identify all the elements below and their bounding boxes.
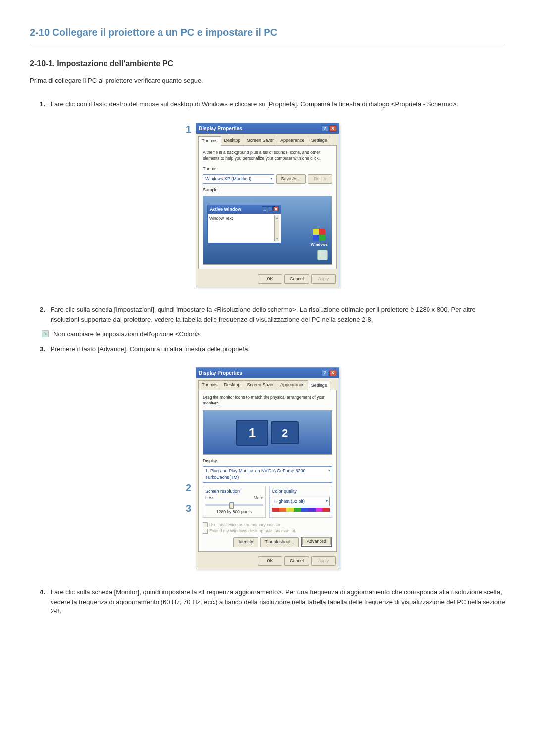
close-button[interactable]: X	[329, 125, 336, 132]
subsection-title: 2-10-1. Impostazione dell'ambiente PC	[30, 58, 505, 70]
color-quality-group: Color quality Highest (32 bit)	[269, 486, 332, 518]
delete-button[interactable]: Delete	[308, 174, 332, 184]
screen-resolution-group: Screen resolution Less More 1280 by 800 …	[203, 486, 266, 518]
apply-button[interactable]: Apply	[311, 274, 336, 284]
close-button[interactable]: X	[329, 370, 336, 376]
tab-settings[interactable]: Settings	[308, 381, 331, 390]
windows-logo-icon	[313, 229, 325, 241]
step-text: Fare clic sulla scheda [Impostazioni], q…	[51, 305, 505, 324]
tab-themes[interactable]: Themes	[198, 136, 221, 146]
tab-settings[interactable]: Settings	[308, 136, 331, 145]
step-2: 2. Fare clic sulla scheda [Impostazioni]…	[40, 305, 505, 324]
tab-appearance[interactable]: Appearance	[277, 136, 308, 145]
monitor-arrangement[interactable]: 1 2	[203, 410, 332, 455]
theme-sample-preview: Active Window _ □ X Window Text ▴▾	[203, 196, 332, 265]
save-as-button[interactable]: Save As...	[276, 174, 306, 184]
resolution-slider[interactable]	[205, 504, 263, 506]
monitor-2-icon[interactable]: 2	[271, 421, 299, 444]
step-1: 1. Fare clic con il tasto destro del mou…	[40, 100, 505, 109]
display-properties-dialog-themes: Display Properties ? X Themes Desktop Sc…	[196, 123, 339, 287]
scrollbar: ▴▾	[274, 215, 279, 241]
maximize-icon: □	[268, 206, 273, 211]
display-properties-dialog-settings: Display Properties ? X Themes Desktop Sc…	[196, 367, 339, 569]
step-number: 1.	[40, 100, 51, 109]
step-text: Fare clic con il tasto destro del mouse …	[51, 100, 505, 109]
step-number: 4.	[40, 587, 51, 616]
step-number: 3.	[40, 344, 51, 354]
color-bars	[272, 508, 330, 512]
figure-1: 1 Display Properties ? X Themes Desktop …	[196, 123, 339, 287]
sample-window: Active Window _ □ X Window Text ▴▾	[207, 205, 281, 244]
dialog-title: Display Properties	[199, 369, 242, 377]
extend-desktop-checkbox: Extend my Windows desktop onto this moni…	[203, 528, 332, 534]
help-button[interactable]: ?	[321, 370, 328, 376]
cancel-button[interactable]: Cancel	[284, 556, 309, 566]
step-4: 4. Fare clic sulla scheda [Monitor], qui…	[40, 587, 505, 616]
minimize-icon: _	[262, 206, 267, 211]
sample-window-title: Active Window	[210, 206, 241, 213]
color-quality-label: Color quality	[272, 488, 330, 495]
callout-3: 3	[186, 501, 191, 516]
figure-2: 2 3 Display Properties ? X Themes Deskto…	[196, 367, 339, 569]
tab-themes[interactable]: Themes	[198, 380, 221, 390]
resolution-value: 1280 by 800 pixels	[205, 509, 263, 515]
tab-appearance[interactable]: Appearance	[277, 380, 308, 390]
display-label: Display:	[203, 458, 332, 465]
ok-button[interactable]: OK	[258, 556, 282, 566]
note: Non cambiare le impostazioni dell'opzion…	[42, 329, 505, 339]
note-icon	[42, 330, 49, 337]
theme-label: Theme:	[203, 166, 332, 173]
windows-logo-text: Windows	[311, 242, 328, 248]
section-title: 2-10 Collegare il proiettore a un PC e i…	[30, 25, 505, 44]
primary-monitor-checkbox: Use this device as the primary monitor.	[203, 522, 332, 528]
callout-2: 2	[186, 480, 191, 495]
troubleshoot-button[interactable]: Troubleshoot...	[260, 537, 299, 547]
step-3: 3. Premere il tasto [Advance]. Comparirà…	[40, 344, 505, 354]
tab-screensaver[interactable]: Screen Saver	[244, 136, 278, 145]
tab-desktop[interactable]: Desktop	[221, 380, 244, 390]
cancel-button[interactable]: Cancel	[284, 274, 309, 284]
close-icon: X	[273, 206, 279, 211]
note-text: Non cambiare le impostazioni dell'opzion…	[54, 329, 202, 339]
advanced-button[interactable]: Advanced	[302, 537, 331, 545]
callout-1: 1	[186, 122, 191, 137]
help-button[interactable]: ?	[321, 125, 328, 132]
step-number: 2.	[40, 305, 51, 324]
identify-button[interactable]: Identify	[233, 537, 258, 547]
dialog-titlebar: Display Properties ? X	[196, 123, 339, 134]
apply-button[interactable]: Apply	[311, 556, 336, 566]
sample-label: Sample:	[203, 187, 332, 194]
resolution-label: Screen resolution	[205, 488, 263, 495]
slider-more: More	[254, 495, 263, 501]
recycle-bin-icon	[317, 250, 328, 260]
step-text: Fare clic sulla scheda [Monitor], quindi…	[51, 587, 505, 616]
tab-screensaver[interactable]: Screen Saver	[244, 380, 278, 390]
ok-button[interactable]: OK	[258, 274, 282, 284]
dialog-titlebar: Display Properties ? X	[196, 368, 339, 378]
sample-window-text: Window Text	[209, 215, 274, 241]
tab-strip: Themes Desktop Screen Saver Appearance S…	[196, 378, 339, 390]
monitor-1-icon[interactable]: 1	[236, 420, 268, 446]
theme-select[interactable]: Windows XP (Modified)	[203, 174, 274, 184]
settings-description: Drag the monitor icons to match the phys…	[203, 394, 332, 407]
intro-text: Prima di collegare il PC al proiettore v…	[30, 76, 505, 86]
dialog-title: Display Properties	[199, 125, 242, 132]
color-quality-select[interactable]: Highest (32 bit)	[272, 497, 330, 506]
theme-description: A theme is a background plus a set of so…	[203, 150, 332, 162]
tab-desktop[interactable]: Desktop	[221, 136, 244, 145]
tab-strip: Themes Desktop Screen Saver Appearance S…	[196, 134, 339, 145]
slider-less: Less	[205, 495, 214, 501]
step-text: Premere il tasto [Advance]. Comparirà un…	[51, 344, 505, 354]
display-select[interactable]: 1. Plug and Play Monitor on NVIDIA GeFor…	[203, 466, 332, 483]
